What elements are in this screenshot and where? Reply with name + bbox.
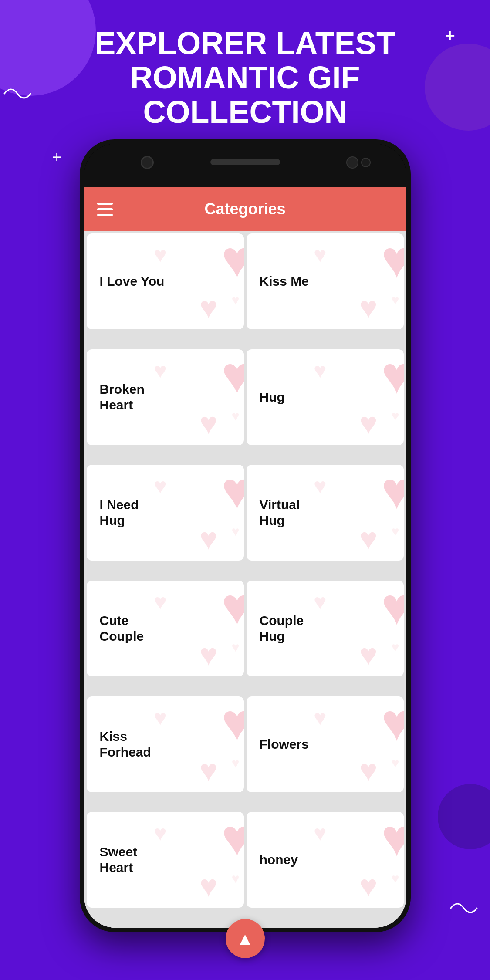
phone-top-bar bbox=[84, 144, 406, 187]
phone-camera-right2 bbox=[361, 158, 371, 167]
hamburger-menu-button[interactable] bbox=[97, 203, 113, 216]
category-card-4[interactable]: ♥ ♥ ♥ ♥ Hug bbox=[247, 349, 404, 445]
heart-tiny: ♥ bbox=[232, 524, 240, 539]
heart-medium: ♥ bbox=[359, 637, 378, 672]
heart-small: ♥ bbox=[314, 473, 327, 499]
heart-medium: ♥ bbox=[359, 521, 378, 556]
category-label: Broken Heart bbox=[100, 382, 165, 413]
heart-tiny: ♥ bbox=[392, 640, 399, 655]
heart-medium: ♥ bbox=[359, 406, 378, 441]
category-card-6[interactable]: ♥ ♥ ♥ ♥ Virtual Hug bbox=[247, 465, 404, 561]
heart-medium: ♥ bbox=[359, 868, 378, 903]
heart-tiny: ♥ bbox=[392, 524, 399, 539]
heart-medium: ♥ bbox=[359, 290, 378, 325]
heart-medium: ♥ bbox=[199, 406, 218, 441]
heart-tiny: ♥ bbox=[232, 409, 240, 423]
wave-decoration-right bbox=[449, 897, 483, 919]
heart-small: ♥ bbox=[154, 821, 167, 846]
phone-speaker bbox=[210, 159, 280, 165]
category-label: Virtual Hug bbox=[260, 497, 324, 528]
heart-small: ♥ bbox=[154, 705, 167, 730]
category-label: Hug bbox=[260, 389, 285, 405]
deco-plus-icon-2: + bbox=[52, 148, 61, 166]
category-label: Cute Couple bbox=[100, 613, 165, 644]
heart-small: ♥ bbox=[154, 242, 167, 267]
heart-big: ♥ bbox=[221, 233, 243, 289]
header-title: Categories bbox=[204, 200, 285, 218]
category-label: Couple Hug bbox=[260, 613, 324, 644]
heart-tiny: ♥ bbox=[232, 640, 240, 655]
category-card-10[interactable]: ♥ ♥ ♥ ♥ Flowers bbox=[247, 696, 404, 792]
category-card-11[interactable]: ♥ ♥ ♥ ♥ Sweet Heart bbox=[87, 812, 244, 908]
heart-tiny: ♥ bbox=[392, 756, 399, 770]
app-screen: Categories ♥ ♥ ♥ ♥ I Love You ♥ ♥ ♥ ♥ Ki… bbox=[84, 187, 406, 928]
page-title: EXPLORER LATEST ROMANTIC GIF COLLECTION bbox=[26, 26, 464, 130]
category-label: Flowers bbox=[260, 737, 309, 752]
page-title-area: EXPLORER LATEST ROMANTIC GIF COLLECTION bbox=[0, 26, 490, 130]
scroll-up-icon: ▲ bbox=[237, 929, 254, 949]
heart-small: ♥ bbox=[314, 358, 327, 383]
heart-medium: ♥ bbox=[199, 637, 218, 672]
phone-camera-right bbox=[346, 156, 358, 169]
heart-tiny: ♥ bbox=[232, 293, 240, 308]
category-label: I Love You bbox=[100, 274, 165, 289]
heart-big: ♥ bbox=[221, 581, 243, 636]
heart-tiny: ♥ bbox=[232, 871, 240, 886]
category-card-9[interactable]: ♥ ♥ ♥ ♥ Kiss Forhead bbox=[87, 696, 244, 792]
hearts-background: ♥ ♥ ♥ ♥ bbox=[309, 233, 404, 329]
category-card-2[interactable]: ♥ ♥ ♥ ♥ Kiss Me bbox=[247, 233, 404, 329]
category-label: I Need Hug bbox=[100, 497, 165, 528]
category-card-5[interactable]: ♥ ♥ ♥ ♥ I Need Hug bbox=[87, 465, 244, 561]
heart-tiny: ♥ bbox=[232, 756, 240, 770]
category-label: honey bbox=[260, 852, 298, 868]
heart-big: ♥ bbox=[221, 465, 243, 520]
scroll-up-button[interactable]: ▲ bbox=[226, 919, 265, 958]
category-card-12[interactable]: ♥ ♥ ♥ ♥ honey bbox=[247, 812, 404, 908]
heart-small: ♥ bbox=[314, 705, 327, 730]
heart-small: ♥ bbox=[314, 242, 327, 267]
heart-big: ♥ bbox=[221, 696, 243, 752]
heart-tiny: ♥ bbox=[392, 293, 399, 308]
heart-small: ♥ bbox=[314, 821, 327, 846]
heart-big: ♥ bbox=[381, 581, 403, 636]
categories-grid: ♥ ♥ ♥ ♥ I Love You ♥ ♥ ♥ ♥ Kiss Me ♥ ♥ ♥… bbox=[84, 231, 406, 928]
heart-medium: ♥ bbox=[199, 868, 218, 903]
heart-big: ♥ bbox=[221, 349, 243, 405]
category-card-7[interactable]: ♥ ♥ ♥ ♥ Cute Couple bbox=[87, 581, 244, 676]
heart-medium: ♥ bbox=[199, 753, 218, 788]
heart-small: ♥ bbox=[314, 589, 327, 615]
phone-camera-left bbox=[141, 156, 154, 169]
hearts-background: ♥ ♥ ♥ ♥ bbox=[309, 349, 404, 445]
heart-big: ♥ bbox=[221, 812, 243, 868]
category-card-1[interactable]: ♥ ♥ ♥ ♥ I Love You bbox=[87, 233, 244, 329]
category-card-3[interactable]: ♥ ♥ ♥ ♥ Broken Heart bbox=[87, 349, 244, 445]
hearts-background: ♥ ♥ ♥ ♥ bbox=[309, 812, 404, 908]
heart-tiny: ♥ bbox=[392, 871, 399, 886]
category-label: Sweet Heart bbox=[100, 844, 165, 875]
heart-tiny: ♥ bbox=[392, 409, 399, 423]
heart-big: ♥ bbox=[381, 812, 403, 868]
heart-small: ♥ bbox=[154, 589, 167, 615]
category-card-8[interactable]: ♥ ♥ ♥ ♥ Couple Hug bbox=[247, 581, 404, 676]
heart-medium: ♥ bbox=[359, 753, 378, 788]
app-header: Categories bbox=[84, 187, 406, 231]
heart-small: ♥ bbox=[154, 473, 167, 499]
phone-inner: Categories ♥ ♥ ♥ ♥ I Love You ♥ ♥ ♥ ♥ Ki… bbox=[84, 144, 406, 928]
heart-big: ♥ bbox=[381, 233, 403, 289]
heart-medium: ♥ bbox=[199, 290, 218, 325]
heart-big: ♥ bbox=[381, 465, 403, 520]
heart-big: ♥ bbox=[381, 696, 403, 752]
heart-big: ♥ bbox=[381, 349, 403, 405]
phone-frame: Categories ♥ ♥ ♥ ♥ I Love You ♥ ♥ ♥ ♥ Ki… bbox=[80, 139, 411, 932]
hearts-background: ♥ ♥ ♥ ♥ bbox=[309, 696, 404, 792]
category-label: Kiss Me bbox=[260, 274, 309, 289]
heart-small: ♥ bbox=[154, 358, 167, 383]
category-label: Kiss Forhead bbox=[100, 729, 165, 760]
heart-medium: ♥ bbox=[199, 521, 218, 556]
